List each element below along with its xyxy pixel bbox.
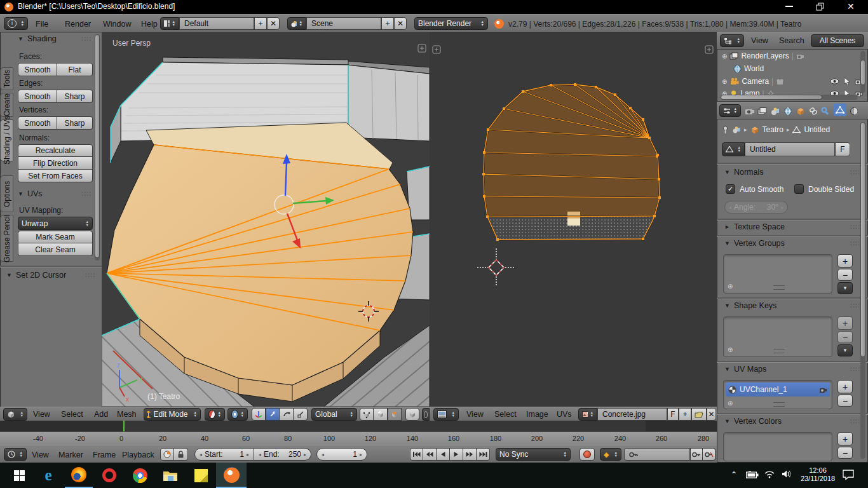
outliner-menu-view[interactable]: View xyxy=(751,36,768,45)
scene-icon-button[interactable]: ▲▼ xyxy=(287,17,306,30)
edges-smooth-button[interactable]: Smooth xyxy=(18,90,57,103)
panel-header-uvs[interactable]: ▼ UVs ∷∷ xyxy=(18,189,92,198)
tab-scene-icon[interactable] xyxy=(770,107,780,116)
selected-uv-face[interactable] xyxy=(567,212,580,219)
menu-render[interactable]: Render xyxy=(65,20,91,29)
pivot-point-select[interactable]: ▲▼ xyxy=(227,408,248,421)
uv-menu-uvs[interactable]: UVs xyxy=(557,410,572,419)
edges-sharp-button[interactable]: Sharp xyxy=(57,90,93,103)
taskbar-clock[interactable]: 12:06 23/11/2018 xyxy=(798,466,837,483)
datablock-fake-user-button[interactable]: F xyxy=(835,142,850,156)
clear-seam-button[interactable]: Clear Seam xyxy=(18,243,93,256)
viewport-shading-select[interactable]: ▲▼ xyxy=(205,408,225,421)
play-button[interactable] xyxy=(450,448,463,461)
prev-keyframe-button[interactable] xyxy=(423,448,437,461)
list-filter-icon[interactable]: ⊕ xyxy=(728,283,733,290)
panel-drag-dots[interactable]: ∷∷ xyxy=(81,190,92,198)
set-from-faces-button[interactable]: Set From Faces xyxy=(18,170,93,182)
vertex-colors-list[interactable] xyxy=(723,432,832,461)
tab-constraints-icon[interactable] xyxy=(808,107,818,116)
panel-header-shading[interactable]: ▼ Shading ∷∷ xyxy=(18,34,92,43)
active-keying-set-field[interactable] xyxy=(624,448,690,461)
image-name-field[interactable]: Concrete.jpg xyxy=(597,408,667,421)
manipulator-axes-toggle[interactable] xyxy=(252,408,266,421)
shape-key-add-button[interactable]: + xyxy=(837,316,853,330)
vertex-groups-list[interactable]: ⊕ xyxy=(723,254,832,294)
menu-window[interactable]: Window xyxy=(103,20,131,29)
toolshelf-scrollbar[interactable] xyxy=(95,34,100,261)
outliner-hscrollbar[interactable] xyxy=(721,95,858,100)
taskbar-edge-button[interactable]: e xyxy=(34,463,62,488)
unwrap-menu[interactable]: Unwrap ▲▼ xyxy=(18,217,93,230)
outliner-row-renderlayers[interactable]: ⊕ RenderLayers | xyxy=(722,50,863,62)
manipulator-rotate-toggle[interactable] xyxy=(280,408,294,421)
mode-select[interactable]: Edit Mode ▲▼ xyxy=(144,408,201,421)
transform-orientation-select[interactable]: Global ▲▼ xyxy=(311,408,357,421)
volume-icon[interactable] xyxy=(782,470,793,478)
breadcrumb-object[interactable]: Teatro xyxy=(763,125,783,134)
list-resize-grip[interactable] xyxy=(773,402,785,407)
view3d-menu-select[interactable]: Select xyxy=(61,410,83,419)
scene-breadcrumb-icon[interactable] xyxy=(732,126,741,133)
timeline-menu-playback[interactable]: Playback xyxy=(122,451,154,459)
panel-drag-dots[interactable]: ∷∷ xyxy=(850,240,860,248)
editor-type-outliner-button[interactable]: ▲▼ xyxy=(720,34,744,47)
delete-keyframe-button[interactable] xyxy=(703,448,715,461)
outliner-row-world[interactable]: World xyxy=(733,62,863,75)
breadcrumb-data[interactable]: Untitled xyxy=(804,125,830,134)
outliner-scope-select[interactable]: All Scenes xyxy=(811,34,864,47)
panel-drag-dots[interactable]: ∷∷ xyxy=(850,365,860,374)
panel-header-vertex-colors[interactable]: ▼ Vertex Colors ∷∷ xyxy=(724,417,860,426)
insert-keyframe-button[interactable] xyxy=(690,448,703,461)
selectable-pointer-icon[interactable] xyxy=(844,78,850,85)
taskbar-explorer-button[interactable] xyxy=(156,463,184,488)
toolshelf-tab-grease-pencil[interactable]: Grease Pencil xyxy=(0,215,13,262)
current-frame-line[interactable] xyxy=(123,421,125,431)
pin-icon[interactable] xyxy=(722,126,729,133)
timeline-ruler[interactable]: -40 -20 0 20 40 60 80 100 120 140 160 18… xyxy=(0,431,717,445)
view3d-menu-mesh[interactable]: Mesh xyxy=(117,410,137,419)
lock-time-toggle[interactable] xyxy=(174,448,188,461)
mark-seam-button[interactable]: Mark Seam xyxy=(18,231,93,243)
scene-name[interactable]: Scene xyxy=(306,17,381,30)
uv-menu-image[interactable]: Image xyxy=(526,410,548,419)
new-image-button[interactable]: + xyxy=(679,408,691,421)
end-frame-field[interactable]: ◂ End: 250 ▸ xyxy=(254,448,311,461)
tab-world-icon[interactable] xyxy=(783,107,793,116)
screen-layout-icon-button[interactable]: ▲▼ xyxy=(160,17,179,30)
vertices-sharp-button[interactable]: Sharp xyxy=(57,116,93,130)
panel-drag-dots[interactable]: ∷∷ xyxy=(850,223,860,231)
current-frame-field[interactable]: ◂ 1 ▸ xyxy=(316,448,367,461)
face-select-mode-button[interactable] xyxy=(388,408,402,421)
shape-key-remove-button[interactable]: − xyxy=(837,331,853,343)
faces-smooth-button[interactable]: Smooth xyxy=(18,63,57,76)
limit-to-visible-button[interactable] xyxy=(405,408,419,421)
auto-smooth-checkbox[interactable]: ✓ xyxy=(726,184,735,194)
render-engine-select[interactable]: Blender Render ▲▼ xyxy=(414,17,488,30)
taskbar-blender-button[interactable] xyxy=(216,463,247,488)
list-resize-grip[interactable] xyxy=(773,349,785,353)
play-reverse-button[interactable] xyxy=(437,448,450,461)
uv-menu-select[interactable]: Select xyxy=(494,410,517,419)
uv-map-row-active[interactable]: UVChannel_1 xyxy=(726,383,830,396)
panel-drag-dots[interactable]: ∷∷ xyxy=(850,168,860,177)
panel-header-uv-maps[interactable]: ▼ UV Maps ∷∷ xyxy=(724,365,860,374)
properties-scrollbar[interactable] xyxy=(860,122,865,459)
vertices-smooth-button[interactable]: Smooth xyxy=(18,116,57,130)
menu-file[interactable]: File xyxy=(36,20,48,29)
taskbar-chrome-button[interactable] xyxy=(126,463,154,488)
shape-key-specials-menu[interactable]: ▼ xyxy=(837,344,853,356)
editor-type-image-button[interactable]: ▲▼ xyxy=(433,408,459,421)
timeline-menu-marker[interactable]: Marker xyxy=(58,451,83,459)
taskbar-firefox-button[interactable] xyxy=(65,463,93,488)
panel-header-shape-keys[interactable]: ▼ Shape Keys ∷∷ xyxy=(724,301,860,310)
tab-material-icon[interactable] xyxy=(849,107,859,116)
recalculate-button[interactable]: Recalculate xyxy=(18,144,93,157)
tab-modifiers-icon[interactable] xyxy=(821,107,831,116)
jump-to-start-button[interactable] xyxy=(410,448,423,461)
keying-set-select[interactable]: ◆ ▲▼ xyxy=(600,448,621,461)
expand-icon[interactable]: ⊕ xyxy=(722,78,727,85)
timeline-menu-frame[interactable]: Frame xyxy=(93,451,116,459)
angle-slider[interactable]: ◂ Angle: 30° ▸ xyxy=(724,201,788,214)
uv-menu-view[interactable]: View xyxy=(466,410,484,419)
